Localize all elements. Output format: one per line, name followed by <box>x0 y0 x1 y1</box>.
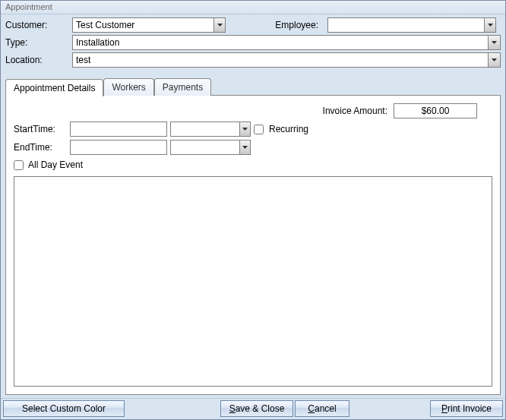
tab-payments[interactable]: Payments <box>154 78 211 96</box>
button-bar: Select Custom Color Save & Close Cancel … <box>1 398 505 419</box>
cancel-label-tail: ancel <box>315 403 337 414</box>
end-time-field[interactable] <box>171 141 239 154</box>
notes-field[interactable] <box>14 176 492 387</box>
chevron-down-icon[interactable] <box>488 53 500 67</box>
appointment-window: Appointment Customer: Employee: Type: <box>0 0 506 420</box>
start-date-field[interactable] <box>70 122 167 137</box>
employee-field[interactable] <box>328 18 484 32</box>
starttime-label: StartTime: <box>14 124 67 134</box>
tab-workers[interactable]: Workers <box>103 78 153 96</box>
endtime-label: EndTime: <box>14 142 67 153</box>
allday-label: All Day Event <box>28 159 83 170</box>
customer-label: Customer: <box>5 20 68 30</box>
recurring-label: Recurring <box>269 124 308 134</box>
save-close-button[interactable]: Save & Close <box>220 400 293 417</box>
chevron-down-icon[interactable] <box>488 36 500 49</box>
customer-combo[interactable] <box>72 17 226 33</box>
chevron-down-icon[interactable] <box>239 141 250 154</box>
customer-field[interactable] <box>73 18 213 32</box>
select-custom-color-button[interactable]: Select Custom Color <box>3 400 125 417</box>
cancel-button[interactable]: Cancel <box>295 400 349 417</box>
start-time-field[interactable] <box>171 122 239 136</box>
end-time-combo[interactable] <box>170 140 251 155</box>
location-label: Location: <box>5 55 68 65</box>
invoice-amount-label: Invoice Amount: <box>323 106 387 116</box>
type-label: Type: <box>5 37 68 48</box>
end-date-field[interactable] <box>70 140 167 155</box>
tab-appointment-details[interactable]: Appointment Details <box>5 79 103 96</box>
location-combo[interactable] <box>72 52 501 68</box>
appointment-details-panel: Invoice Amount: $60.00 StartTime: Recurr… <box>5 95 501 395</box>
employee-label: Employee: <box>262 20 323 30</box>
location-field[interactable] <box>73 53 488 67</box>
type-field[interactable] <box>73 36 488 49</box>
chevron-down-icon[interactable] <box>484 18 495 32</box>
header-form: Customer: Employee: Type: <box>1 14 505 77</box>
tab-container: Appointment Details Workers Payments Inv… <box>1 77 505 398</box>
invoice-amount-value: $60.00 <box>394 103 477 118</box>
employee-combo[interactable] <box>327 17 496 33</box>
tabstrip: Appointment Details Workers Payments <box>5 77 501 96</box>
chevron-down-icon[interactable] <box>239 122 250 136</box>
type-combo[interactable] <box>72 35 501 50</box>
recurring-checkbox[interactable] <box>254 125 264 134</box>
start-time-combo[interactable] <box>170 122 251 137</box>
window-title: Appointment <box>1 1 505 14</box>
print-invoice-button[interactable]: Print Invoice <box>430 400 503 417</box>
allday-checkbox[interactable] <box>14 160 24 170</box>
save-label-tail: ave & Close <box>236 403 285 414</box>
chevron-down-icon[interactable] <box>213 18 225 32</box>
print-label-tail: rint Invoice <box>447 403 492 414</box>
